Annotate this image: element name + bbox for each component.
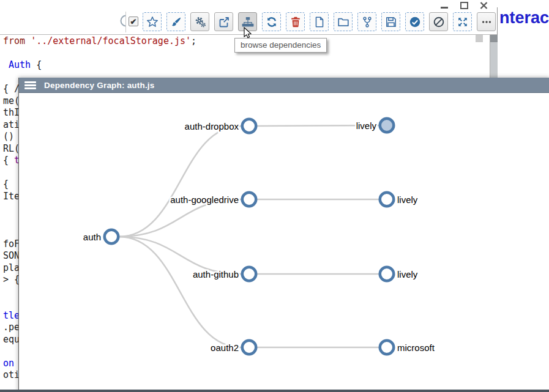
save-icon (385, 16, 397, 28)
scrollbar-thumb[interactable] (490, 35, 498, 42)
code-line: from '../external/focalStorage.js'; (3, 35, 196, 48)
node-label-auth-dropbox: auth-dropbox (185, 121, 239, 131)
app-window: from '../external/focalStorage.js'; Auth… (0, 0, 549, 392)
more-icon (480, 16, 493, 28)
brush-icon (170, 16, 182, 28)
scrollbar-track[interactable] (490, 35, 498, 80)
node-lively-2[interactable] (380, 193, 394, 207)
edge-auth-auth-googledrive (119, 199, 241, 237)
trash-icon (289, 16, 302, 28)
settings-gears-button[interactable] (190, 12, 209, 31)
new-file-icon (313, 16, 326, 28)
star-button[interactable] (143, 12, 162, 31)
node-auth[interactable] (105, 230, 119, 244)
node-lively-1[interactable] (380, 119, 394, 133)
node-label-auth: auth (83, 232, 101, 242)
window-controls (439, 1, 488, 9)
accept-icon (409, 16, 421, 28)
node-label-lively-1: lively (356, 120, 377, 131)
toolbar-separator (125, 12, 126, 32)
expand-button[interactable] (453, 12, 472, 31)
code-line: Auth { (3, 59, 196, 72)
partial-icon (118, 15, 125, 28)
minimize-icon[interactable] (439, 1, 449, 9)
edge-auth-auth-dropbox (119, 126, 241, 237)
block-icon (433, 16, 445, 28)
hamburger-menu-icon[interactable] (24, 81, 36, 89)
code-line (3, 48, 196, 60)
node-auth-github[interactable] (242, 267, 256, 281)
graph-title: Dependency Graph: auth.js (44, 81, 155, 90)
node-oauth2[interactable] (242, 341, 256, 355)
node-microsoft[interactable] (380, 341, 394, 355)
folder-button[interactable] (334, 12, 353, 31)
toolbar-checkbox[interactable] (129, 17, 138, 26)
node-label-microsoft: microsoft (397, 342, 435, 353)
maximize-icon[interactable] (459, 1, 469, 9)
refresh-button[interactable] (262, 12, 281, 31)
refresh-icon (266, 16, 278, 28)
star-icon (146, 16, 159, 28)
node-auth-googledrive[interactable] (242, 193, 256, 207)
accept-button[interactable] (405, 12, 424, 31)
node-lively-3[interactable] (380, 267, 394, 281)
node-label-lively-3: lively (397, 269, 418, 279)
browse-dependencies-icon (242, 16, 254, 28)
node-label-lively-2: lively (397, 194, 418, 205)
scrollbar-fragment (476, 35, 483, 42)
external-link-button[interactable] (214, 12, 233, 31)
dependency-graph-svg: authauth-dropboxlivelyauth-googledriveli… (19, 93, 549, 392)
branch-button[interactable] (357, 12, 376, 31)
edge-auth-oauth2 (119, 237, 241, 347)
node-label-oauth2: oauth2 (211, 342, 239, 353)
close-icon[interactable] (479, 1, 488, 9)
save-button[interactable] (381, 12, 400, 31)
toolbar (143, 12, 496, 31)
more-button[interactable] (477, 12, 496, 31)
graph-titlebar[interactable]: Dependency Graph: auth.js (19, 78, 549, 93)
node-label-auth-googledrive: auth-googledrive (170, 194, 239, 205)
expand-icon (457, 16, 469, 28)
node-auth-dropbox[interactable] (242, 119, 256, 133)
trash-button[interactable] (286, 12, 305, 31)
bottom-edge (0, 390, 549, 392)
block-button[interactable] (429, 12, 448, 31)
branch-icon (361, 16, 373, 28)
dependency-graph-window: Dependency Graph: auth.js authauth-dropb… (18, 78, 549, 392)
settings-gears-icon (194, 16, 206, 28)
new-file-button[interactable] (310, 12, 329, 31)
node-label-auth-github: auth-github (193, 269, 239, 279)
brush-button[interactable] (166, 12, 185, 31)
external-link-icon (218, 16, 230, 28)
right-pane-heading: nteracti (499, 9, 549, 28)
mouse-cursor (244, 27, 252, 40)
folder-icon (337, 16, 349, 28)
